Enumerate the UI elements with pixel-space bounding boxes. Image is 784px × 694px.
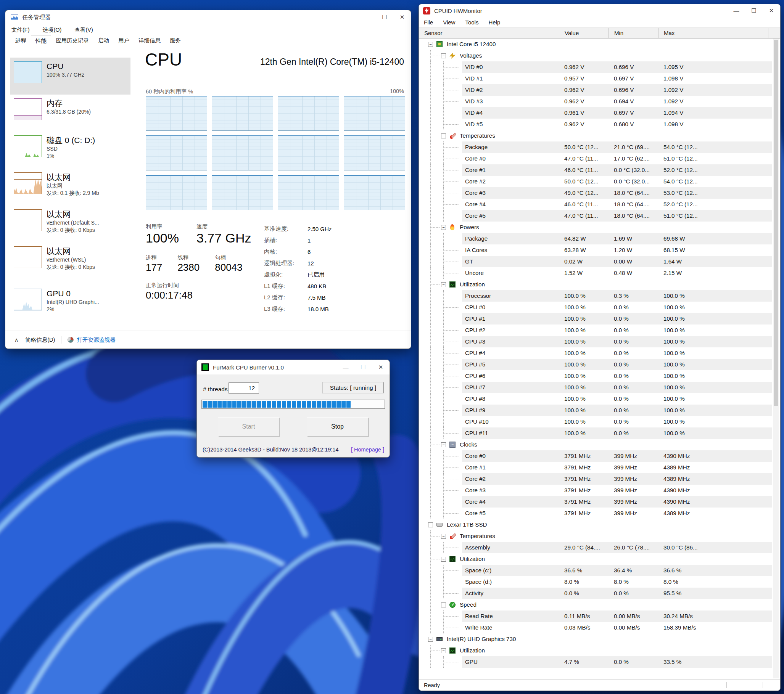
menu-item-0[interactable]: 文件(F) [12,26,30,34]
collapse-toggle-icon[interactable]: − [441,648,446,653]
sensor-row[interactable]: Core #13791 MHz399 MHz4389 MHz [419,462,780,473]
stop-button[interactable]: Stop [307,417,368,436]
category-row[interactable]: −Temperatures [419,130,780,141]
sensor-row[interactable]: GT0.02 W0.00 W1.64 W [419,256,780,267]
maximize-button[interactable]: ☐ [354,360,372,375]
column-header-sensor[interactable]: Sensor [419,28,559,38]
collapse-toggle-icon[interactable]: − [441,442,446,447]
menu-item-view[interactable]: View [443,19,455,26]
close-button[interactable]: ✕ [393,10,411,24]
tab-启动[interactable]: 启动 [94,35,114,47]
column-header-min[interactable]: Min [609,28,659,38]
sensor-row[interactable]: CPU #5100.0 %0.0 %100.0 % [419,359,780,370]
category-row[interactable]: −Utilization [419,279,780,290]
device-row[interactable]: −Lexar 1TB SSD [419,519,780,530]
collapse-toggle-icon[interactable]: − [428,42,433,47]
sidebar-item-memory[interactable]: 内存6.3/31.8 GB (20%) [10,95,130,132]
category-row[interactable]: −~Clocks [419,439,780,451]
tab-详细信息[interactable]: 详细信息 [134,35,165,47]
menu-item-file[interactable]: File [424,19,433,26]
column-header-max[interactable]: Max [659,28,709,38]
sidebar-item-cpu[interactable]: CPU100% 3.77 GHz [10,58,130,95]
sensor-row[interactable]: Core #250.0 °C (12...0.0 °C (32.0...54.0… [419,176,780,187]
sensor-row[interactable]: Core #349.0 °C (12...18.0 °C (64....53.0… [419,187,780,199]
threads-input[interactable]: 12 [229,382,259,393]
device-row[interactable]: −Intel Core i5 12400 [419,38,780,50]
sensor-row[interactable]: Core #047.0 °C (11...17.0 °C (62....51.0… [419,153,780,164]
sensor-row[interactable]: Core #33791 MHz399 MHz4390 MHz [419,485,780,496]
sensor-row[interactable]: CPU #8100.0 %0.0 %100.0 % [419,393,780,405]
sensor-row[interactable]: VID #30.962 V0.694 V1.092 V [419,96,780,107]
start-button[interactable]: Start [218,417,279,436]
tab-用户[interactable]: 用户 [114,35,134,47]
sidebar-item-ethernet[interactable]: 以太网以太网发送: 0.1 接收: 2.9 Mb [10,169,130,206]
sensor-row[interactable]: VID #00.962 V0.696 V1.095 V [419,61,780,73]
sensor-row[interactable]: Core #146.0 °C (11...0.0 °C (32.0...52.0… [419,164,780,176]
scrollbar-thumb[interactable] [774,40,778,406]
close-button[interactable]: ✕ [763,4,780,17]
category-row[interactable]: −Temperatures [419,530,780,542]
collapse-toggle-icon[interactable]: − [441,557,446,562]
tab-服务[interactable]: 服务 [165,35,185,47]
category-row[interactable]: −Utilization [419,645,780,656]
task-manager-titlebar[interactable]: 任务管理器 — ☐ ✕ [5,10,411,24]
sidebar-item-disk-0[interactable]: 磁盘 0 (C: D:)SSD1% [10,132,130,169]
collapse-toggle-icon[interactable]: − [428,522,433,527]
chevron-up-icon[interactable]: ∧ [15,337,18,343]
hwmonitor-titlebar[interactable]: CPUID HWMonitor — ☐ ✕ [419,4,780,17]
sensor-row[interactable]: GPU4.7 %0.0 %33.5 % [419,656,780,668]
collapse-toggle-icon[interactable]: − [428,637,433,642]
menu-item-tools[interactable]: Tools [465,19,478,26]
scrollbar[interactable] [773,38,779,678]
sensor-row[interactable]: Core #23791 MHz399 MHz4389 MHz [419,473,780,485]
sensor-row[interactable]: Activity0.0 %0.0 %95.5 % [419,588,780,599]
sensor-row[interactable]: VID #50.962 V0.680 V1.098 V [419,118,780,130]
category-row[interactable]: −Voltages [419,50,780,61]
sensor-row[interactable]: CPU #11100.0 %0.0 %100.0 % [419,428,780,439]
sensor-row[interactable]: Write Rate0.03 MB/s0.00 MB/s158.39 MB/s [419,622,780,633]
minimize-button[interactable]: — [337,360,354,375]
tab-性能[interactable]: 性能 [31,35,51,47]
menu-item-help[interactable]: Help [488,19,500,26]
close-button[interactable]: ✕ [372,360,390,375]
minimize-button[interactable]: — [358,10,376,24]
open-resource-monitor-link[interactable]: 打开资源监视器 [77,336,115,344]
sensor-row[interactable]: CPU #6100.0 %0.0 %100.0 % [419,370,780,382]
sensor-row[interactable]: Uncore1.52 W0.48 W2.15 W [419,267,780,279]
sensor-row[interactable]: CPU #0100.0 %0.0 %100.0 % [419,302,780,313]
sensor-row[interactable]: CPU #9100.0 %0.0 %100.0 % [419,405,780,416]
collapse-toggle-icon[interactable]: − [441,602,446,607]
collapse-toggle-icon[interactable]: − [441,225,446,230]
sensor-row[interactable]: Assembly29.0 °C (84....26.0 °C (78....30… [419,542,780,553]
sensor-row[interactable]: IA Cores63.28 W1.20 W68.15 W [419,244,780,256]
sensor-row[interactable]: VID #20.962 V0.696 V1.092 V [419,84,780,96]
sensor-row[interactable]: Processor100.0 %0.3 %100.0 % [419,290,780,302]
sensor-row[interactable]: Package64.82 W1.69 W69.68 W [419,233,780,244]
menu-item-1[interactable]: 选项(O) [43,26,62,34]
sensor-row[interactable]: Read Rate0.11 MB/s0.00 MB/s30.24 MB/s [419,610,780,622]
sensor-row[interactable]: VID #10.957 V0.697 V1.098 V [419,73,780,84]
sensor-row[interactable]: Space (c:)36.6 %36.4 %36.6 % [419,565,780,576]
sensor-row[interactable]: VID #40.961 V0.697 V1.094 V [419,107,780,118]
collapse-toggle-icon[interactable]: − [441,534,446,539]
collapse-toggle-icon[interactable]: − [441,53,446,58]
sensor-row[interactable]: CPU #2100.0 %0.0 %100.0 % [419,324,780,336]
sensor-row[interactable]: CPU #7100.0 %0.0 %100.0 % [419,382,780,393]
sensor-row[interactable]: CPU #3100.0 %0.0 %100.0 % [419,336,780,347]
brief-info-toggle[interactable]: 简略信息(D) [25,336,55,344]
homepage-link[interactable]: [ Homepage ] [351,447,384,452]
category-row[interactable]: −Utilization [419,553,780,565]
sensor-row[interactable]: Core #547.0 °C (11...18.0 °C (64....51.0… [419,210,780,222]
sidebar-item-ethernet-wsl[interactable]: 以太网vEthernet (WSL)发送: 0 接收: 0 Kbps [10,243,130,280]
furmark-titlebar[interactable]: FurMark CPU Burner v0.1.0 — ☐ ✕ [197,360,390,375]
sensor-row[interactable]: Space (d:)8.0 %8.0 %8.0 % [419,576,780,588]
column-header-value[interactable]: Value [559,28,609,38]
sidebar-item-ethernet-vdefault[interactable]: 以太网vEthernet (Default S...发送: 0 接收: 0 Kb… [10,206,130,243]
sensor-row[interactable]: Package50.0 °C (12...21.0 °C (69....54.0… [419,141,780,153]
sensor-row[interactable]: Core #446.0 °C (11...18.0 °C (64....52.0… [419,199,780,210]
menu-item-2[interactable]: 查看(V) [74,26,93,34]
sidebar-item-gpu-0[interactable]: GPU 0Intel(R) UHD Graphi...2% [10,285,130,322]
tab-进程[interactable]: 进程 [11,35,31,47]
category-row[interactable]: −Powers [419,222,780,233]
sensor-row[interactable]: Core #03791 MHz399 MHz4390 MHz [419,451,780,462]
